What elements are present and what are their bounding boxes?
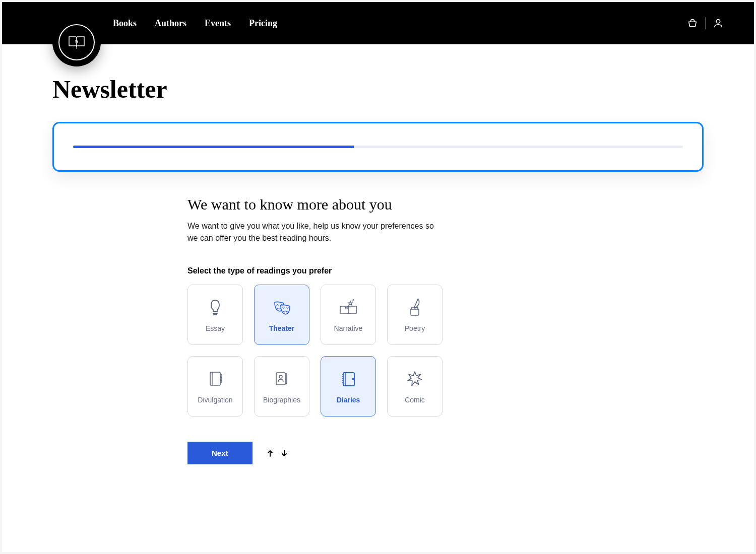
option-label: Comic — [405, 396, 425, 404]
svg-rect-5 — [276, 373, 285, 385]
open-book-stars-icon — [338, 297, 358, 317]
divider — [705, 17, 706, 29]
option-divulgation[interactable]: Divulgation — [187, 356, 243, 417]
option-label: Poetry — [405, 324, 425, 332]
option-label: Biographies — [263, 396, 300, 404]
nav-books[interactable]: Books — [113, 18, 137, 29]
user-icon[interactable] — [713, 18, 724, 29]
option-comic[interactable]: Comic — [387, 356, 443, 417]
arrow-down-button[interactable] — [280, 449, 289, 458]
option-biographies[interactable]: Biographies — [254, 356, 309, 417]
diary-icon — [338, 369, 358, 389]
notebook-tabs-icon — [205, 369, 225, 389]
form-area: We want to know more about you We want t… — [187, 196, 470, 464]
reading-type-grid: Essay Theater — [187, 285, 470, 417]
option-label: Essay — [206, 324, 225, 332]
form-subtext: We want to give you what you like, help … — [187, 220, 434, 244]
progress-fill — [73, 146, 354, 148]
svg-point-2 — [716, 20, 720, 23]
id-book-icon — [272, 369, 292, 389]
main-nav: Books Authors Events Pricing — [113, 18, 277, 29]
svg-point-6 — [279, 375, 282, 378]
progress-card — [52, 122, 704, 172]
arrow-up-icon — [266, 449, 274, 457]
nav-authors[interactable]: Authors — [155, 18, 186, 29]
option-theater[interactable]: Theater — [254, 285, 309, 345]
option-narrative[interactable]: Narrative — [321, 285, 376, 345]
nav-pricing[interactable]: Pricing — [249, 18, 277, 29]
form-select-label: Select the type of readings you prefer — [187, 266, 470, 275]
option-essay[interactable]: Essay — [187, 285, 243, 345]
arrow-down-icon — [280, 449, 288, 457]
basket-icon[interactable] — [687, 18, 698, 29]
quill-ink-icon — [405, 297, 425, 317]
svg-rect-9 — [352, 378, 354, 380]
svg-rect-3 — [210, 372, 220, 385]
content: Newsletter We want to know more about yo… — [2, 44, 754, 495]
progress-track — [73, 146, 683, 148]
form-heading: We want to know more about you — [187, 196, 470, 213]
option-label: Diaries — [337, 396, 360, 404]
option-poetry[interactable]: Poetry — [387, 285, 443, 345]
header: B Books Authors Events Pricing — [2, 2, 754, 44]
option-diaries[interactable]: Diaries — [321, 356, 376, 417]
arrow-nav — [266, 449, 289, 458]
nav-events[interactable]: Events — [205, 18, 231, 29]
svg-text:B: B — [75, 39, 78, 44]
option-label: Theater — [269, 324, 295, 332]
burst-icon — [405, 369, 425, 389]
masks-icon — [272, 297, 292, 317]
option-label: Divulgation — [198, 396, 232, 404]
form-actions: Next — [187, 442, 470, 464]
next-button[interactable]: Next — [187, 442, 253, 464]
lightbulb-icon — [205, 297, 225, 317]
logo[interactable]: B — [52, 18, 101, 66]
arrow-up-button[interactable] — [266, 449, 275, 458]
book-logo-icon: B — [68, 36, 85, 49]
page-title: Newsletter — [52, 75, 704, 104]
header-actions — [687, 17, 724, 29]
option-label: Narrative — [334, 324, 363, 332]
logo-inner: B — [58, 24, 95, 60]
